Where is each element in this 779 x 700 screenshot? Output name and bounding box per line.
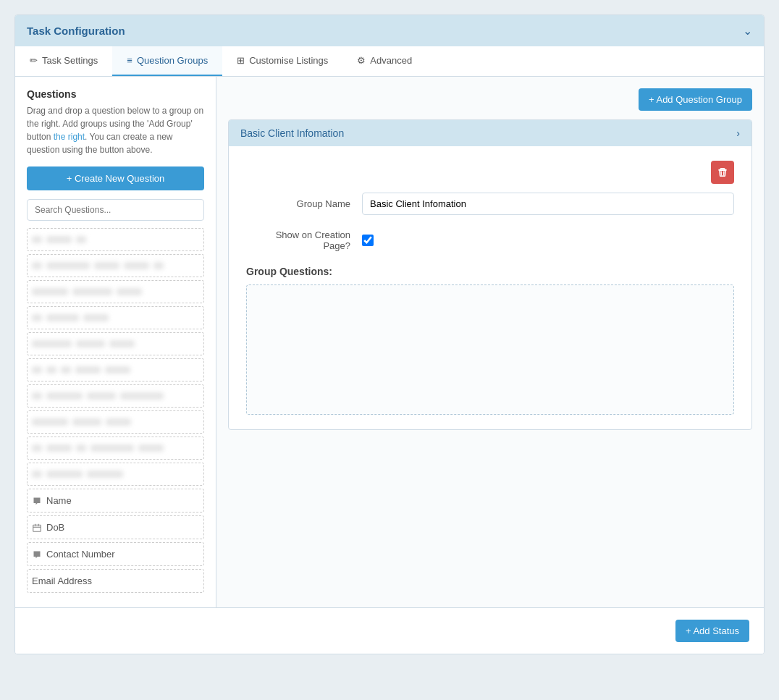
list-item[interactable]: [27, 463, 204, 486]
show-on-creation-label: Show on Creation Page?: [246, 229, 362, 251]
group-card-title: Basic Client Infomation: [240, 127, 344, 139]
svg-rect-4: [720, 170, 725, 176]
right-panel: + Add Question Group Basic Client Infoma…: [216, 77, 764, 607]
group-name-row: Group Name: [246, 193, 734, 215]
list-item[interactable]: [27, 254, 204, 277]
list-item[interactable]: [27, 280, 204, 303]
group-card: Basic Client Infomation ›: [228, 119, 752, 430]
list-item[interactable]: [27, 228, 204, 251]
top-bar: + Add Question Group: [228, 88, 752, 111]
add-status-button[interactable]: + Add Status: [675, 620, 749, 642]
chevron-right-icon: ›: [736, 127, 740, 139]
tab-advanced[interactable]: ⚙ Advanced: [342, 46, 426, 76]
list-item[interactable]: [27, 332, 204, 355]
question-item-email-address[interactable]: Email Address: [27, 569, 204, 593]
list-icon: ≡: [127, 55, 132, 66]
search-questions-input[interactable]: [27, 199, 204, 221]
show-on-creation-row: Show on Creation Page?: [246, 229, 734, 251]
show-on-creation-checkbox[interactable]: [362, 235, 374, 246]
tab-customise-listings[interactable]: ⊞ Customise Listings: [222, 46, 342, 76]
question-label: Name: [46, 495, 72, 506]
list-item[interactable]: [27, 306, 204, 329]
list-item[interactable]: [27, 384, 204, 408]
main-container: Task Configuration ⌄ ✏ Task Settings ≡ Q…: [14, 14, 765, 654]
group-name-input[interactable]: [362, 193, 734, 215]
sidebar-description: Drag and drop a question below to a grou…: [27, 104, 204, 156]
group-card-header[interactable]: Basic Client Infomation ›: [229, 120, 751, 146]
pencil-icon: ✏: [30, 55, 38, 66]
delete-group-button[interactable]: [711, 161, 734, 184]
comment-icon: [32, 496, 42, 506]
bottom-bar: + Add Status: [15, 607, 764, 654]
create-new-question-button[interactable]: + Create New Question: [27, 166, 204, 190]
question-item-contact-number[interactable]: Contact Number: [27, 542, 204, 566]
add-question-group-button[interactable]: + Add Question Group: [639, 88, 752, 111]
question-list: Name DoB: [27, 228, 204, 596]
list-item[interactable]: [27, 437, 204, 460]
question-label: DoB: [46, 522, 64, 533]
content-area: Questions Drag and drop a question below…: [15, 77, 764, 607]
list-item[interactable]: [27, 410, 204, 434]
group-card-body: Group Name Show on Creation Page? Group …: [229, 146, 751, 429]
group-questions-label: Group Questions:: [246, 266, 734, 277]
question-label: Email Address: [32, 575, 92, 586]
list-item[interactable]: [27, 358, 204, 381]
delete-button-container: [246, 161, 734, 184]
task-configuration-header: Task Configuration ⌄: [15, 15, 764, 46]
questions-sidebar: Questions Drag and drop a question below…: [15, 77, 216, 607]
header-title: Task Configuration: [27, 25, 125, 37]
question-item-name[interactable]: Name: [27, 489, 204, 513]
comment-icon: [32, 549, 42, 560]
chevron-down-icon: ⌄: [743, 24, 752, 38]
gear-icon: ⚙: [357, 55, 366, 66]
tab-question-groups[interactable]: ≡ Question Groups: [112, 46, 222, 76]
group-questions-drop-zone[interactable]: [246, 284, 734, 415]
question-item-dob[interactable]: DoB: [27, 515, 204, 539]
grid-icon: ⊞: [237, 55, 245, 66]
svg-rect-0: [33, 525, 41, 531]
sidebar-heading: Questions: [27, 88, 204, 100]
tab-bar: ✏ Task Settings ≡ Question Groups ⊞ Cust…: [15, 46, 764, 77]
group-name-label: Group Name: [246, 198, 362, 209]
sidebar-link-text: the right: [54, 132, 85, 142]
calendar-icon: [32, 523, 42, 533]
tab-task-settings[interactable]: ✏ Task Settings: [15, 46, 112, 76]
question-label: Contact Number: [46, 549, 115, 560]
trash-icon: [717, 167, 728, 177]
